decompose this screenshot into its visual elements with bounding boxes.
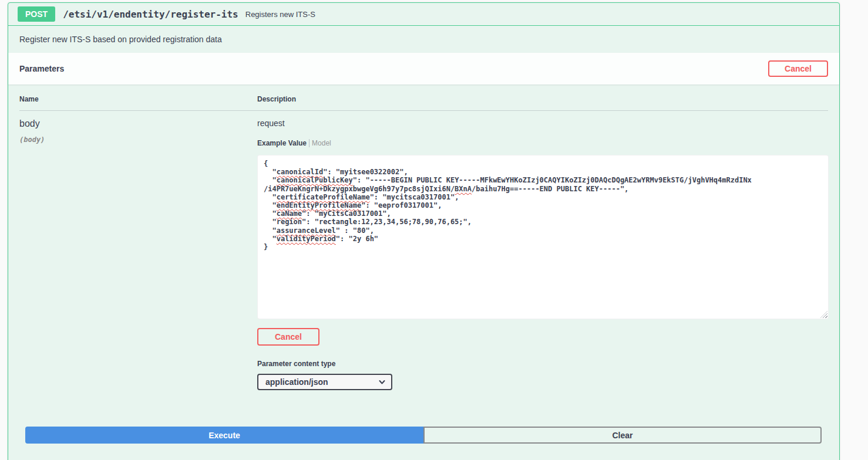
- parameters-section-header: Parameters Cancel: [8, 53, 839, 84]
- content-type-label: Parameter content type: [257, 360, 829, 368]
- parameters-title: Parameters: [19, 64, 64, 73]
- body-editor-text[interactable]: { "canonicalId": "myitsee0322002", "cano…: [258, 155, 828, 255]
- execute-row: Execute Clear: [25, 427, 822, 444]
- column-header-name: Name: [19, 95, 257, 103]
- model-tabs: Example Value Model: [257, 139, 829, 147]
- param-kind: (body): [19, 136, 257, 144]
- param-name: body: [19, 119, 257, 129]
- param-description: request: [257, 119, 829, 128]
- tab-model[interactable]: Model: [309, 139, 331, 147]
- operation-description: Register new ITS-S based on provided reg…: [8, 26, 839, 53]
- param-description-cell: request Example Value Model { "canonical…: [257, 119, 829, 390]
- tab-example-value[interactable]: Example Value: [257, 139, 309, 147]
- method-badge: POST: [18, 6, 55, 22]
- endpoint-path: /etsi/v1/endentity/register-its: [63, 9, 238, 20]
- operation-summary-row[interactable]: POST /etsi/v1/endentity/register-its Reg…: [8, 3, 839, 26]
- execute-button[interactable]: Execute: [25, 427, 423, 444]
- resize-handle[interactable]: [820, 311, 827, 318]
- body-editor[interactable]: { "canonicalId": "myitsee0322002", "cano…: [257, 155, 829, 319]
- endpoint-summary: Registers new ITS-S: [245, 10, 315, 19]
- column-header-description: Description: [257, 95, 828, 103]
- content-type-select-wrap: application/json: [257, 374, 392, 390]
- param-name-cell: body (body): [19, 119, 257, 390]
- clear-button[interactable]: Clear: [423, 427, 822, 444]
- parameters-column-headers: Name Description: [19, 95, 828, 111]
- cancel-operation-button[interactable]: Cancel: [768, 60, 828, 77]
- parameters-table: Name Description body (body) request Exa…: [8, 84, 839, 390]
- cancel-edit-button[interactable]: Cancel: [257, 328, 319, 346]
- operation-block: POST /etsi/v1/endentity/register-its Reg…: [8, 2, 840, 460]
- content-type-select[interactable]: application/json: [257, 374, 392, 390]
- table-row: body (body) request Example Value Model …: [19, 111, 828, 390]
